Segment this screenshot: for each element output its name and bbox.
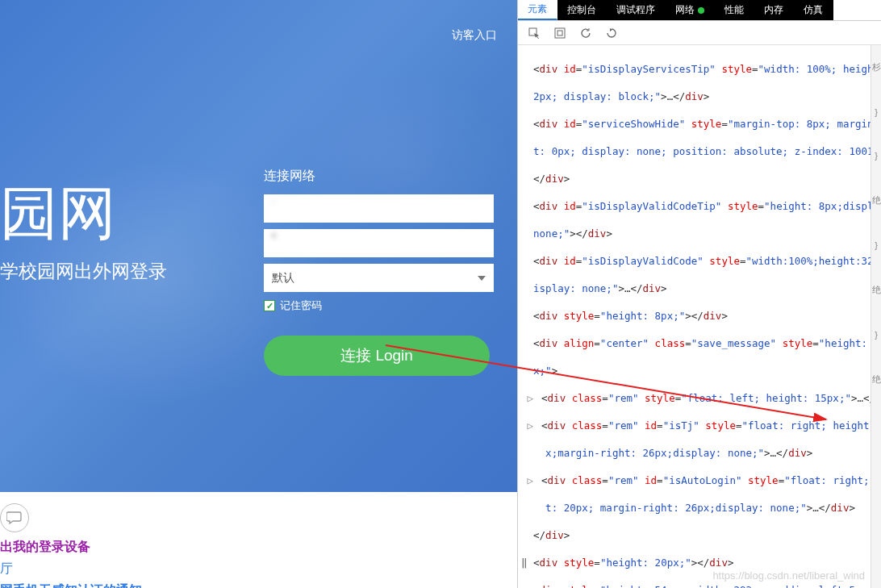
login-button[interactable]: 连接 Login — [264, 336, 490, 376]
bottom-links: 出我的登录设备 厅 网手机无感知认证的通知 — [0, 492, 517, 588]
tab-elements[interactable]: 元素 — [518, 0, 557, 20]
tab-performance[interactable]: 性能 — [715, 0, 754, 20]
link-notice[interactable]: 网手机无感知认证的通知 — [0, 582, 517, 588]
connect-label: 连接网络 — [264, 168, 494, 185]
svg-rect-2 — [555, 28, 565, 38]
hero-area: 访客入口 园网 学校园网出外网登录 连接网络 · • 默认 ✓ 记住密码 连接 … — [0, 0, 517, 492]
remember-password[interactable]: ✓ 记住密码 — [264, 298, 494, 313]
tab-network[interactable]: 网络 — [666, 0, 715, 20]
devtools-pane: 元素 控制台 调试程序 网络 性能 内存 仿真 <div id="isDispl… — [517, 0, 881, 588]
step-icon[interactable] — [605, 27, 618, 40]
refresh-icon[interactable] — [579, 27, 592, 40]
guest-entry-link[interactable]: 访客入口 — [452, 28, 497, 43]
app-pane: 访客入口 园网 学校园网出外网登录 连接网络 · • 默认 ✓ 记住密码 连接 … — [0, 0, 517, 588]
chevron-down-icon — [478, 276, 486, 281]
login-form: 连接网络 · • 默认 ✓ 记住密码 连接 Login — [264, 168, 494, 376]
devtools-toolbar — [518, 21, 881, 45]
recording-dot-icon — [698, 7, 704, 14]
chat-bubble-icon[interactable] — [0, 503, 29, 532]
watermark: https://blog.csdn.net/liberal_wind — [712, 569, 865, 582]
tab-memory[interactable]: 内存 — [754, 0, 794, 20]
styles-sidebar-collapsed[interactable]: 杉 }}绝}绝}绝 — [871, 45, 881, 588]
link-my-devices[interactable]: 出我的登录设备 — [0, 539, 517, 556]
password-input[interactable]: • — [264, 229, 494, 257]
tab-emulation[interactable]: 仿真 — [794, 0, 833, 20]
username-input[interactable]: · — [264, 194, 494, 223]
checkbox-checked-icon[interactable]: ✓ — [264, 300, 275, 311]
tab-console[interactable]: 控制台 — [557, 0, 607, 20]
devtools-tabs: 元素 控制台 调试程序 网络 性能 内存 仿真 — [518, 0, 881, 21]
tab-debugger[interactable]: 调试程序 — [607, 0, 666, 20]
svg-rect-3 — [557, 31, 562, 35]
page-subtitle: 学校园网出外网登录 — [0, 259, 167, 284]
dom-highlight-icon[interactable] — [553, 27, 566, 40]
sidebar-handle-icon[interactable]: 杉 — [872, 61, 881, 73]
inspect-element-icon[interactable] — [528, 27, 541, 40]
link-hall[interactable]: 厅 — [0, 561, 517, 578]
page-title: 园网 — [0, 181, 116, 245]
service-select-value: 默认 — [272, 271, 294, 286]
dom-tree[interactable]: <div id="isDisplayServicesTip" style="wi… — [518, 45, 871, 588]
remember-label: 记住密码 — [280, 298, 322, 313]
service-select[interactable]: 默认 — [264, 264, 494, 292]
